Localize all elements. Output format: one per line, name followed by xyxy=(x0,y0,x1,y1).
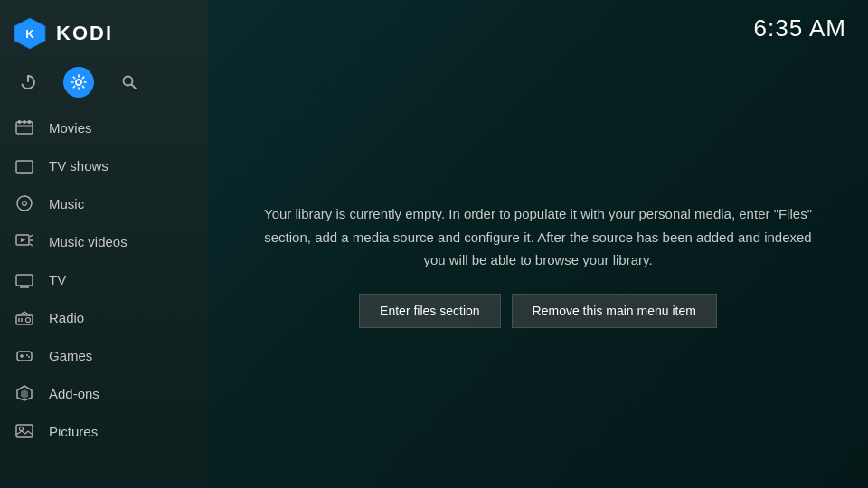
power-button[interactable] xyxy=(13,67,43,98)
pictures-icon xyxy=(14,421,34,441)
svg-rect-38 xyxy=(16,425,33,437)
musicvideos-icon xyxy=(14,231,34,251)
svg-point-10 xyxy=(28,120,32,124)
svg-marker-37 xyxy=(21,389,28,399)
enter-files-button[interactable]: Enter files section xyxy=(359,294,501,328)
svg-point-35 xyxy=(28,356,30,358)
tv-icon xyxy=(14,269,34,289)
svg-point-17 xyxy=(23,202,27,206)
svg-point-28 xyxy=(26,318,31,323)
main-nav: Movies TV shows M xyxy=(0,108,208,488)
sidebar-item-tvshows[interactable]: TV shows xyxy=(0,146,208,184)
sidebar-item-musicvideos[interactable]: Music videos xyxy=(0,222,208,260)
sidebar: K KODI xyxy=(0,0,208,488)
svg-line-6 xyxy=(132,85,137,89)
svg-point-9 xyxy=(23,120,26,124)
music-icon xyxy=(14,193,34,213)
sidebar-item-pictures[interactable]: Pictures xyxy=(0,412,208,450)
pictures-label: Pictures xyxy=(49,424,98,439)
radio-icon xyxy=(14,307,34,327)
app-title: KODI xyxy=(56,22,113,45)
svg-line-20 xyxy=(30,235,33,237)
sidebar-item-tv[interactable]: TV xyxy=(0,260,208,298)
settings-button[interactable] xyxy=(63,67,94,98)
settings-icon xyxy=(71,74,87,90)
content-area: Your library is currently empty. In orde… xyxy=(208,42,868,488)
main-content: 6:35 AM Your library is currently empty.… xyxy=(208,0,868,488)
games-icon xyxy=(14,345,34,365)
radio-label: Radio xyxy=(49,310,84,325)
sidebar-header: K KODI xyxy=(0,0,208,63)
kodi-logo-icon: K xyxy=(13,16,47,51)
sidebar-toolbar xyxy=(0,63,208,108)
svg-point-39 xyxy=(20,427,24,431)
musicvideos-label: Music videos xyxy=(49,234,127,249)
svg-point-34 xyxy=(26,354,28,356)
topbar: 6:35 AM xyxy=(208,0,868,42)
svg-point-4 xyxy=(76,80,81,85)
svg-line-22 xyxy=(30,244,33,246)
action-buttons: Enter files section Remove this main men… xyxy=(359,294,717,328)
search-icon xyxy=(121,74,137,90)
svg-point-8 xyxy=(18,120,22,124)
movies-icon xyxy=(14,117,34,137)
games-label: Games xyxy=(49,348,92,363)
svg-text:K: K xyxy=(25,27,34,41)
remove-menu-item-button[interactable]: Remove this main menu item xyxy=(512,294,717,328)
sidebar-item-games[interactable]: Games xyxy=(0,336,208,374)
sidebar-item-radio[interactable]: Radio xyxy=(0,298,208,336)
movies-label: Movies xyxy=(49,120,92,136)
power-icon xyxy=(20,74,36,90)
svg-rect-23 xyxy=(16,275,33,286)
addons-icon xyxy=(14,383,34,403)
tv-label: TV xyxy=(49,272,66,287)
sidebar-item-movies[interactable]: Movies xyxy=(0,108,208,146)
svg-rect-31 xyxy=(17,352,32,361)
clock-display: 6:35 AM xyxy=(754,14,846,42)
svg-marker-19 xyxy=(21,238,25,242)
sidebar-item-addons[interactable]: Add-ons xyxy=(0,374,208,412)
addons-label: Add-ons xyxy=(49,386,99,401)
search-button[interactable] xyxy=(114,67,145,98)
music-label: Music xyxy=(49,196,84,211)
tvshows-label: TV shows xyxy=(49,158,108,174)
empty-library-message: Your library is currently empty. In orde… xyxy=(262,202,814,272)
svg-rect-12 xyxy=(16,161,33,173)
tvshows-icon xyxy=(14,155,34,175)
sidebar-item-music[interactable]: Music xyxy=(0,184,208,222)
